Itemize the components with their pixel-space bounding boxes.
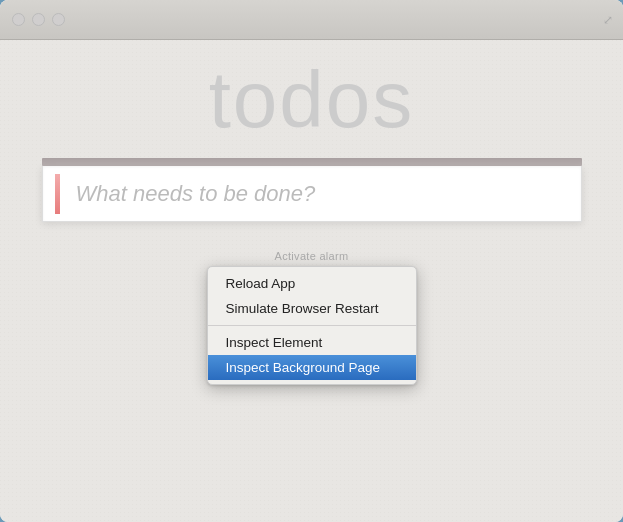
menu-item-simulate[interactable]: Simulate Browser Restart [208, 296, 416, 321]
input-placeholder-text[interactable]: What needs to be done? [76, 181, 316, 207]
todo-input-container: What needs to be done? [42, 166, 582, 222]
content-area: todos What needs to be done? Activate al… [0, 40, 623, 385]
traffic-lights [12, 13, 65, 26]
header-bar [42, 158, 582, 166]
expand-icon[interactable]: ⤢ [603, 13, 613, 27]
menu-item-inspect-element[interactable]: Inspect Element [208, 330, 416, 355]
title-bar: ⤢ [0, 0, 623, 40]
app-title: todos [209, 60, 415, 140]
context-trigger-label: Activate alarm [275, 250, 349, 262]
context-menu: Reload App Simulate Browser Restart Insp… [207, 266, 417, 385]
menu-item-inspect-background[interactable]: Inspect Background Page [208, 355, 416, 380]
minimize-button[interactable] [32, 13, 45, 26]
app-window: ⤢ todos What needs to be done? Activate … [0, 0, 623, 522]
menu-item-reload[interactable]: Reload App [208, 271, 416, 296]
maximize-button[interactable] [52, 13, 65, 26]
close-button[interactable] [12, 13, 25, 26]
input-accent [55, 174, 60, 214]
context-menu-area: Activate alarm Reload App Simulate Brows… [207, 250, 417, 385]
menu-separator [208, 325, 416, 326]
